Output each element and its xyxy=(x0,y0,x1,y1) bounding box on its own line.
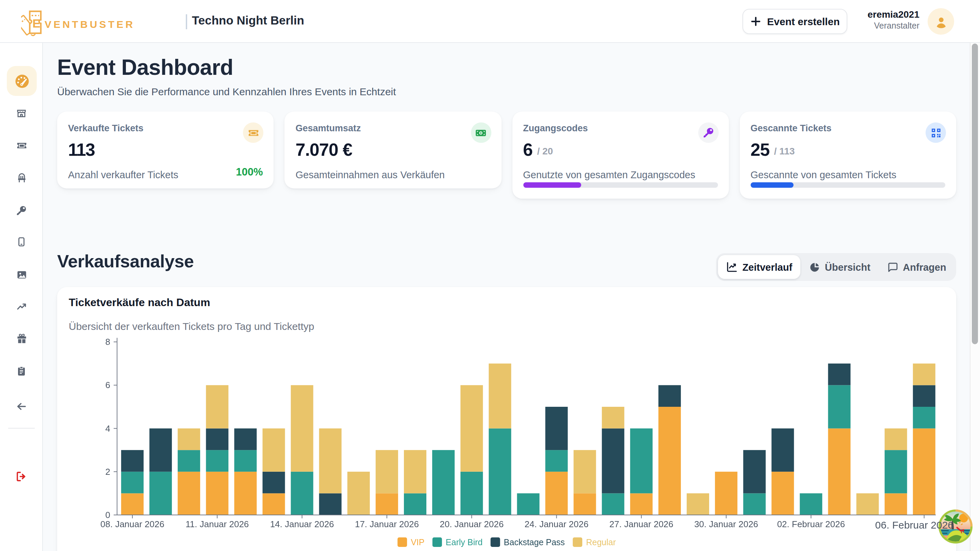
svg-text:02. Februar 2026: 02. Februar 2026 xyxy=(777,519,845,529)
svg-text:VIP: VIP xyxy=(411,537,424,547)
svg-text:27. Januar 2026: 27. Januar 2026 xyxy=(609,519,673,529)
svg-text:Regular: Regular xyxy=(586,537,616,547)
svg-text:2: 2 xyxy=(105,467,110,477)
svg-text:14. Januar 2026: 14. Januar 2026 xyxy=(270,519,334,529)
svg-text:30. Januar 2026: 30. Januar 2026 xyxy=(694,519,758,529)
svg-text:08. Januar 2026: 08. Januar 2026 xyxy=(100,519,164,529)
svg-text:E: E xyxy=(32,17,40,30)
svg-text:6: 6 xyxy=(105,380,110,390)
svg-text:4: 4 xyxy=(105,424,110,433)
svg-text:11. Januar 2026: 11. Januar 2026 xyxy=(185,519,249,529)
svg-text:0: 0 xyxy=(105,510,110,520)
svg-text:Early Bird: Early Bird xyxy=(446,537,482,547)
svg-text:Backstage Pass: Backstage Pass xyxy=(504,537,565,547)
svg-text:20. Januar 2026: 20. Januar 2026 xyxy=(440,519,504,529)
svg-text:17. Januar 2026: 17. Januar 2026 xyxy=(355,519,419,529)
svg-text:24. Januar 2026: 24. Januar 2026 xyxy=(525,519,589,529)
svg-text:8: 8 xyxy=(105,337,110,347)
